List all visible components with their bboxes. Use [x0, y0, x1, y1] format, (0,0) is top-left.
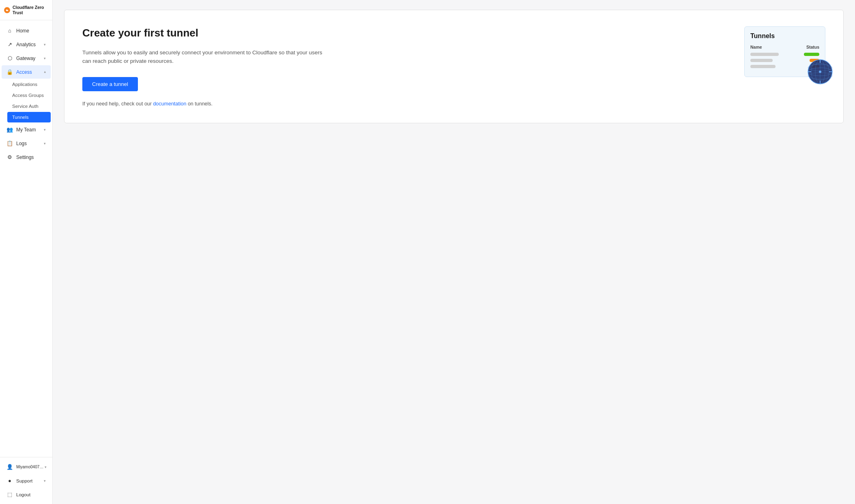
- sidebar-support-label: Support: [16, 478, 32, 483]
- sidebar-item-service-auth[interactable]: Service Auth: [7, 101, 51, 112]
- sidebar-item-access[interactable]: 🔒 Access ▾: [2, 65, 51, 79]
- sidebar-access-label: Access: [16, 69, 32, 75]
- myteam-chevron-icon: ▾: [44, 128, 46, 132]
- gateway-chevron-icon: ▾: [44, 56, 46, 60]
- logout-icon: ⬚: [6, 491, 13, 498]
- sidebar-navigation: ⌂ Home ↗ Analytics ▾ ⬡ Gateway ▾ 🔒 Acces…: [0, 20, 52, 457]
- sidebar-user-email: Miyamo0407@gm...: [16, 465, 45, 469]
- access-icon: 🔒: [6, 69, 13, 75]
- tunnels-preview-card: Tunnels Name Status: [744, 26, 825, 77]
- sidebar-logo: Cloudflare Zero Trust: [0, 0, 52, 20]
- tunnels-col-status: Status: [806, 45, 819, 49]
- cloudflare-logo-icon: [4, 6, 10, 14]
- sidebar-logs-label: Logs: [16, 141, 27, 146]
- sidebar-item-analytics[interactable]: ↗ Analytics ▾: [2, 38, 51, 51]
- analytics-chevron-icon: ▾: [44, 43, 46, 47]
- support-icon: ●: [6, 478, 13, 484]
- help-text: If you need help, check out our document…: [82, 101, 326, 107]
- sidebar-item-logout[interactable]: ⬚ Logout: [2, 488, 51, 501]
- home-icon: ⌂: [6, 28, 13, 34]
- sidebar-item-home[interactable]: ⌂ Home: [2, 24, 51, 37]
- sidebar-myteam-label: My Team: [16, 127, 36, 133]
- sidebar-bottom: 👤 Miyamo0407@gm... ▾ ● Support ▾ ⬚ Logou…: [0, 457, 52, 504]
- tunnel-name-bar-3: [750, 65, 776, 68]
- tunnels-preview-title: Tunnels: [750, 32, 819, 40]
- create-tunnel-button[interactable]: Create a tunnel: [82, 77, 138, 91]
- sidebar: Cloudflare Zero Trust ⌂ Home ↗ Analytics…: [0, 0, 53, 504]
- sidebar-settings-label: Settings: [16, 154, 34, 160]
- main-content: Create your first tunnel Tunnels allow y…: [53, 0, 855, 504]
- user-chevron-icon: ▾: [45, 465, 47, 469]
- create-tunnel-left: Create your first tunnel Tunnels allow y…: [82, 26, 326, 107]
- sidebar-logout-label: Logout: [16, 492, 30, 497]
- svg-point-10: [819, 71, 821, 73]
- access-subnav: Applications Access Groups Service Auth …: [0, 79, 52, 122]
- logs-chevron-icon: ▾: [44, 142, 46, 146]
- sidebar-item-settings[interactable]: ⚙ Settings: [2, 150, 51, 164]
- logs-icon: 📋: [6, 140, 13, 146]
- tunnels-col-name: Name: [750, 45, 762, 49]
- globe-icon: [807, 59, 833, 85]
- tunnel-name-bar-1: [750, 53, 779, 56]
- user-icon: 👤: [6, 464, 13, 470]
- help-prefix: If you need help, check out our: [82, 101, 153, 107]
- page-description: Tunnels allow you to easily and securely…: [82, 48, 326, 66]
- sidebar-item-logs[interactable]: 📋 Logs ▾: [2, 137, 51, 150]
- create-tunnel-card: Create your first tunnel Tunnels allow y…: [64, 10, 844, 123]
- myteam-icon: 👥: [6, 127, 13, 133]
- sidebar-analytics-label: Analytics: [16, 42, 36, 47]
- sidebar-gateway-label: Gateway: [16, 56, 35, 61]
- sidebar-item-access-groups[interactable]: Access Groups: [7, 90, 51, 101]
- tunnels-table-header: Name Status: [750, 45, 819, 49]
- sidebar-item-myteam[interactable]: 👥 My Team ▾: [2, 123, 51, 136]
- help-suffix: on tunnels.: [186, 101, 213, 107]
- sidebar-item-user[interactable]: 👤 Miyamo0407@gm... ▾: [2, 460, 51, 474]
- sidebar-item-gateway[interactable]: ⬡ Gateway ▾: [2, 51, 51, 65]
- settings-icon: ⚙: [6, 154, 13, 160]
- tunnels-preview-row-1: [750, 53, 819, 56]
- tunnel-status-bar-1: [804, 53, 819, 56]
- sidebar-item-tunnels[interactable]: Tunnels: [7, 112, 51, 122]
- sidebar-item-applications[interactable]: Applications: [7, 79, 51, 90]
- gateway-icon: ⬡: [6, 55, 13, 61]
- tunnel-name-bar-2: [750, 59, 773, 62]
- documentation-link[interactable]: documentation: [153, 101, 186, 107]
- page-title: Create your first tunnel: [82, 26, 326, 40]
- access-chevron-icon: ▾: [44, 70, 46, 74]
- globe-decoration: [807, 59, 833, 85]
- support-chevron-icon: ▾: [44, 479, 46, 483]
- brand-name: Cloudflare Zero Trust: [13, 5, 48, 15]
- sidebar-item-support[interactable]: ● Support ▾: [2, 474, 51, 487]
- analytics-icon: ↗: [6, 41, 13, 47]
- sidebar-home-label: Home: [16, 28, 29, 34]
